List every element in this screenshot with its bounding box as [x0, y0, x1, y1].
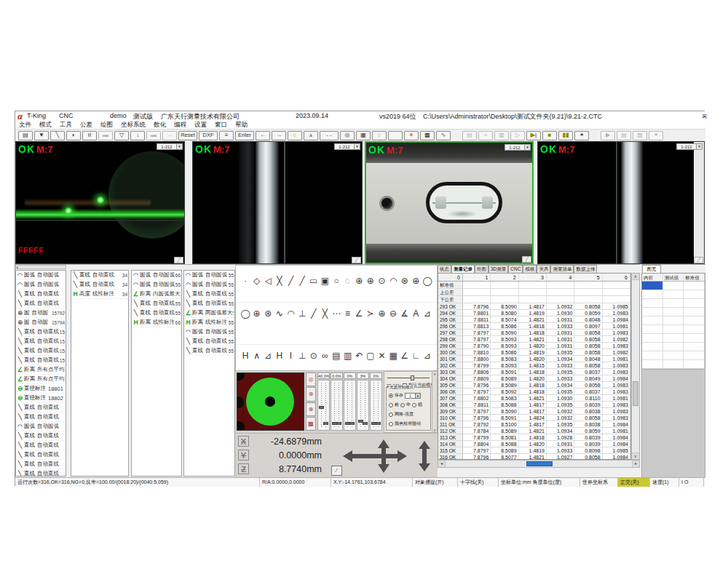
- tool-icon[interactable]: ↶: [354, 351, 364, 361]
- tool-icon[interactable]: ✕: [377, 351, 387, 361]
- options-scrollbar[interactable]: ∧∨: [432, 372, 437, 432]
- list-item[interactable]: ◠圆弧自动圆弧55: [132, 280, 181, 290]
- save-radio[interactable]: [389, 394, 393, 398]
- tool-icon[interactable]: ⊥: [297, 308, 307, 319]
- slider-thumb[interactable]: [319, 406, 324, 409]
- element-cell[interactable]: [684, 290, 705, 298]
- toolbar-pillar-button[interactable]: II: [82, 131, 97, 140]
- table-row[interactable]: 294 OK7.88018.50801.48191.09300.80591.09…: [438, 310, 630, 316]
- list-item[interactable]: ╲直线自动直线55: [184, 299, 234, 308]
- list-item[interactable]: ╲直线自动直线15: [16, 356, 66, 365]
- tool-icon[interactable]: ╳: [274, 276, 285, 286]
- table-vertical-scrollbar[interactable]: ∧ ∨: [631, 273, 640, 460]
- toolbar-lasso-button[interactable]: ◌: [372, 131, 387, 140]
- list-item[interactable]: ╲直线自动直线: [16, 403, 66, 412]
- scroll-up-icon[interactable]: ∧: [432, 372, 437, 376]
- list-item[interactable]: ╲直线自动直线55: [184, 290, 234, 299]
- tool-icon[interactable]: ◠: [286, 308, 296, 319]
- element-cell[interactable]: [663, 308, 684, 316]
- tool-icon[interactable]: ⊿: [263, 351, 273, 361]
- list-item[interactable]: ∠距离所有点平均距离: [16, 365, 66, 375]
- light-slider-track[interactable]: [370, 380, 382, 431]
- tool-icon[interactable]: ⊿: [422, 308, 432, 319]
- element-cell[interactable]: [642, 343, 663, 351]
- list-item[interactable]: ◠圆弧自动圆弧55: [184, 280, 234, 290]
- menu-item-5[interactable]: 坐标系统: [121, 121, 146, 129]
- ring-light-indicator[interactable]: [237, 372, 304, 431]
- light-segment-button[interactable]: ⊛: [306, 387, 316, 401]
- toolbar-save3-button[interactable]: ▤: [617, 131, 631, 140]
- element-cell[interactable]: [684, 316, 705, 324]
- camera-view-3-selected[interactable]: OKM:7 1-212▾ ╱: [365, 141, 534, 264]
- tool-icon[interactable]: ▭: [309, 276, 319, 286]
- element-cell[interactable]: [684, 325, 705, 333]
- element-cell[interactable]: [642, 308, 663, 316]
- toolbar-tool2-button[interactable]: ✶: [649, 131, 663, 140]
- tool-icon[interactable]: ⊙: [377, 276, 387, 286]
- element-row[interactable]: [642, 343, 705, 351]
- tool-icon[interactable]: ⊖: [388, 308, 398, 319]
- slider-thumb[interactable]: [376, 422, 381, 425]
- list-item[interactable]: ╲直线自动直线: [16, 469, 66, 477]
- tool-icon[interactable]: ▥: [343, 351, 353, 361]
- resize-grip-icon[interactable]: ╱: [522, 256, 531, 263]
- toolbar-slider-tool-button[interactable]: ≡: [219, 131, 234, 140]
- table-row[interactable]: 315 OK7.87978.50891.48191.09330.80981.09…: [438, 447, 630, 454]
- list-item[interactable]: ∠距离所有点平均距离: [16, 375, 66, 384]
- tool-icon[interactable]: ∠: [354, 308, 364, 319]
- element-cell[interactable]: [663, 334, 684, 342]
- close-button[interactable]: ×: [703, 113, 706, 120]
- tool-icon[interactable]: ≡: [343, 308, 353, 319]
- list-item[interactable]: ⊖直径标注18801: [16, 384, 66, 394]
- table-row[interactable]: 293 OK7.87968.50901.48171.09320.80581.09…: [438, 303, 630, 310]
- element-cell[interactable]: [684, 334, 705, 342]
- toolbar-dash-button[interactable]: - -: [320, 131, 339, 140]
- element-cell[interactable]: [663, 351, 684, 359]
- table-row[interactable]: 308 OK7.88118.50881.48171.09350.80391.09…: [438, 402, 630, 408]
- tool-icon[interactable]: ◁: [263, 276, 273, 286]
- toolbar-run-button[interactable]: ▶|: [526, 131, 541, 140]
- toolbar-curve-button[interactable]: ∿: [436, 131, 451, 140]
- toolbar-stop-button[interactable]: ■: [542, 131, 557, 140]
- list-item[interactable]: ⊕圆自动圆15792: [16, 308, 66, 318]
- list-item[interactable]: ╲直线自动直线: [16, 450, 66, 460]
- scroll-right-icon[interactable]: ▸: [632, 461, 639, 467]
- element-cell[interactable]: [663, 290, 684, 298]
- toolbar-gradient-button[interactable]: ▲: [304, 131, 318, 140]
- tool-icon[interactable]: ⊥: [297, 351, 307, 361]
- list-item[interactable]: ◠圆弧自动圆弧66: [132, 271, 181, 280]
- list-item[interactable]: ╲直线自动直线: [16, 441, 66, 450]
- medium-radio[interactable]: [400, 403, 405, 407]
- table-row[interactable]: 296 OK7.88138.50861.48181.09330.80971.09…: [438, 323, 630, 330]
- toolbar-reset-button[interactable]: Reset: [178, 131, 197, 140]
- scrollbar-thumb[interactable]: [633, 381, 638, 406]
- table-row[interactable]: 305 OK7.87968.50891.48181.09340.80581.09…: [438, 382, 630, 388]
- grid-strength-radio[interactable]: [389, 412, 393, 417]
- table-row[interactable]: 297 OK7.87978.50901.48181.09310.80581.09…: [438, 330, 630, 336]
- list-item[interactable]: ╲直线自动直线: [16, 412, 66, 422]
- table-row[interactable]: 311 OK7.87928.51001.48171.09350.80381.09…: [438, 421, 630, 428]
- tool-icon[interactable]: ◯: [422, 276, 432, 286]
- tab-4[interactable]: CNC: [508, 265, 523, 273]
- tool-icon[interactable]: ⊙: [309, 351, 319, 361]
- element-cell[interactable]: [663, 316, 684, 324]
- tab-1[interactable]: 测量记录: [451, 265, 475, 273]
- tool-icon[interactable]: ⊛: [263, 308, 273, 319]
- light-segment-button[interactable]: ◎: [306, 372, 316, 386]
- tool-icon[interactable]: ○: [331, 276, 341, 286]
- toolbar-block-button[interactable]: ▬: [98, 131, 113, 140]
- menu-item-6[interactable]: 数化: [154, 121, 166, 129]
- table-row[interactable]: 300 OK7.88108.50861.48191.09350.80581.09…: [438, 349, 630, 356]
- tool-icon[interactable]: ⊛: [400, 276, 410, 286]
- toolbar-save2-button[interactable]: ▤: [462, 131, 477, 140]
- table-row[interactable]: 313 OK7.87998.50811.48181.09280.80391.09…: [438, 434, 630, 441]
- tab-5[interactable]: 模板: [523, 265, 537, 273]
- list-item[interactable]: ◠圆弧自动圆弧: [16, 422, 66, 431]
- tool-icon[interactable]: ⊕: [354, 276, 364, 286]
- tool-icon[interactable]: ∧: [252, 351, 262, 361]
- scroll-left-icon[interactable]: ◂: [438, 461, 446, 467]
- save-slot-dropdown[interactable]: 1▾: [405, 393, 421, 399]
- list-item[interactable]: H高度线性标注34: [71, 290, 128, 299]
- camera-zoom-dropdown[interactable]: 1-212▾: [334, 143, 360, 150]
- tool-icon[interactable]: ≻: [365, 308, 376, 319]
